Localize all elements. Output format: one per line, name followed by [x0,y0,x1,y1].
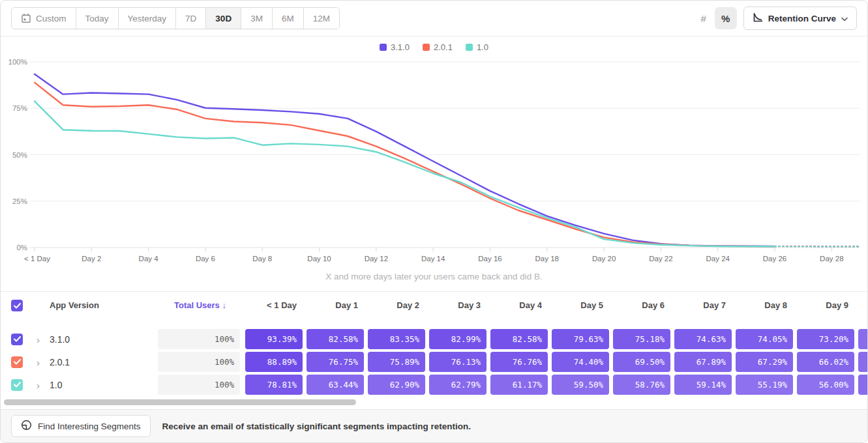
retention-cell[interactable]: 55.19% [736,375,793,395]
footer-message: Receive an email of statistically signif… [162,422,471,431]
range-button-today[interactable]: Today [76,8,119,29]
retention-curve-icon [753,12,763,25]
retention-cell[interactable]: 74.40% [552,352,609,372]
retention-cell[interactable]: 67.89% [674,352,732,372]
retention-cell[interactable]: 82.58% [490,329,548,349]
svg-text:< 1 Day: < 1 Day [24,255,50,263]
legend-swatch [423,44,430,51]
chart-type-label: Retention Curve [768,14,836,23]
range-button-12m[interactable]: 12M [304,8,339,29]
chart-legend: 3.1.02.0.11.0 [1,36,867,53]
svg-text:Day 24: Day 24 [706,255,730,263]
legend-item-1.0[interactable]: 1.0 [466,42,488,52]
day-column-header[interactable]: < 1 Day [245,300,297,310]
retention-cell[interactable]: 76.76% [490,352,548,372]
day-column-header[interactable]: Day 4 [490,300,542,310]
retention-cell[interactable]: 59.14% [674,375,732,395]
retention-cell[interactable]: 61.17% [490,375,548,395]
retention-cell[interactable]: 88.89% [245,352,303,372]
row-checkbox[interactable] [11,356,23,368]
svg-text:50%: 50% [12,151,27,159]
retention-cell[interactable]: 75.18% [613,329,670,349]
legend-item-2.0.1[interactable]: 2.0.1 [423,42,453,52]
total-users-cell: 100% [158,329,240,349]
retention-cell[interactable]: 83.35% [368,329,425,349]
retention-cell[interactable]: 67.29% [736,352,793,372]
range-button-7d[interactable]: 7D [176,8,206,29]
chevron-down-icon [841,14,848,23]
chart-subtitle: X and more days later your users came ba… [1,272,867,281]
range-button-yesterday[interactable]: Yesterday [119,8,177,29]
expand-chevron-icon[interactable]: › [37,334,40,345]
range-button-custom[interactable]: Custom [12,8,76,29]
day-column-header[interactable]: Day 7 [674,300,726,310]
segments-button-label: Find Interesting Segments [38,422,141,431]
retention-cell-clipped[interactable] [858,375,868,395]
retention-cell[interactable]: 75.89% [368,352,425,372]
expand-chevron-icon[interactable]: › [37,356,40,367]
table-row-1.0: ›1.0100%78.81%63.44%62.90%62.79%61.17%59… [1,373,867,396]
retention-cell[interactable]: 66.02% [797,352,854,372]
retention-cell[interactable]: 76.13% [429,352,486,372]
retention-cell[interactable]: 79.63% [552,329,609,349]
retention-cell-clipped[interactable] [858,352,868,372]
svg-text:Day 2: Day 2 [82,255,101,263]
day-column-header[interactable]: Day 2 [368,300,419,310]
day-column-header[interactable]: Day 9 [797,300,848,310]
chart-type-dropdown[interactable]: Retention Curve [743,7,857,30]
number-format-icon[interactable]: # [693,7,715,29]
retention-report-panel: CustomTodayYesterday7D30D3M6M12M #% Rete… [0,0,868,443]
retention-cell[interactable]: 82.99% [429,329,486,349]
horizontal-scrollbar [1,396,867,409]
svg-text:Day 18: Day 18 [535,255,559,263]
retention-cell[interactable]: 76.75% [307,352,364,372]
legend-swatch [380,44,387,51]
retention-cell[interactable]: 74.63% [674,329,732,349]
toolbar: CustomTodayYesterday7D30D3M6M12M #% Rete… [1,1,867,36]
range-button-3m[interactable]: 3M [241,8,273,29]
find-interesting-segments-button[interactable]: Find Interesting Segments [11,415,151,437]
svg-text:Day 12: Day 12 [365,255,388,263]
legend-swatch [466,44,473,51]
percent-format-icon[interactable]: % [715,7,737,29]
toolbar-right-controls: #% Retention Curve [693,7,857,30]
retention-cell[interactable]: 62.79% [429,375,486,395]
day-column-header[interactable]: Day 5 [552,300,603,310]
day-column-header[interactable]: Day 6 [613,300,665,310]
svg-text:Day 16: Day 16 [478,255,501,263]
retention-cell[interactable]: 59.50% [552,375,609,395]
retention-cell[interactable]: 93.39% [245,329,303,349]
select-all-checkbox[interactable] [11,300,23,311]
retention-cell[interactable]: 63.44% [307,375,364,395]
row-checkbox[interactable] [11,379,23,391]
value-format-toggle: #% [693,7,737,29]
day-column-header[interactable]: Day 8 [736,300,787,310]
day-column-header[interactable]: Day 3 [429,300,481,310]
row-checkbox[interactable] [11,334,23,345]
retention-cell[interactable]: 74.05% [736,329,793,349]
retention-cell[interactable]: 56.00% [797,375,854,395]
svg-text:Day 14: Day 14 [421,255,445,263]
retention-cell[interactable]: 69.50% [613,352,670,372]
retention-cell[interactable]: 58.76% [613,375,670,395]
retention-cell[interactable]: 78.81% [245,375,303,395]
svg-text:Day 28: Day 28 [820,255,843,263]
total-users-sort-header[interactable]: Total Users ↓ [174,300,226,310]
legend-item-3.1.0[interactable]: 3.1.0 [380,42,410,52]
svg-text:100%: 100% [8,58,27,66]
svg-text:Day 20: Day 20 [592,255,616,263]
retention-cell[interactable]: 82.58% [307,329,364,349]
retention-cell[interactable]: 62.90% [368,375,425,395]
table-row-2.0.1: ›2.0.1100%88.89%76.75%75.89%76.13%76.76%… [1,350,867,373]
retention-cell-clipped[interactable] [858,329,868,349]
svg-text:25%: 25% [12,197,27,205]
retention-cell[interactable]: 73.20% [797,329,854,349]
range-button-30d[interactable]: 30D [206,8,241,29]
svg-text:Day 10: Day 10 [307,255,331,263]
svg-text:Day 22: Day 22 [649,255,672,263]
date-range-group: CustomTodayYesterday7D30D3M6M12M [11,7,340,29]
day-column-header[interactable]: Day 1 [307,300,358,310]
expand-chevron-icon[interactable]: › [37,379,40,390]
scrollbar-thumb[interactable] [4,399,356,405]
range-button-6m[interactable]: 6M [273,8,304,29]
